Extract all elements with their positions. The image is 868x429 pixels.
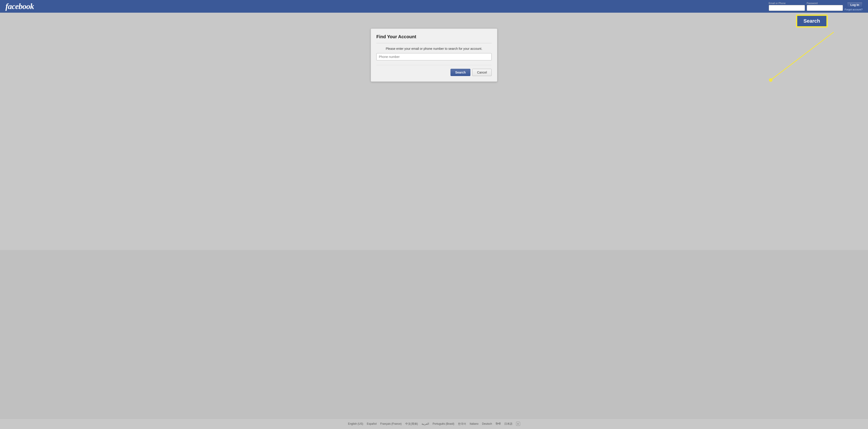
annotation-arrow (748, 20, 839, 85)
svg-line-0 (771, 32, 834, 80)
login-button[interactable]: Log In (847, 2, 863, 8)
footer: English (US)EspañolFrançais (France)中文(简… (0, 418, 868, 429)
password-label: Password (807, 2, 843, 4)
footer-link-2[interactable]: Français (France) (380, 422, 402, 425)
modal-title: Find Your Account (376, 34, 492, 39)
footer-link-9[interactable]: हिन्दी (496, 422, 501, 425)
password-input-group: Password (807, 2, 843, 11)
footer-link-8[interactable]: Deutsch (482, 422, 492, 425)
lower-section (0, 250, 868, 418)
footer-link-5[interactable]: Português (Brasil) (433, 422, 454, 425)
forgot-account-link[interactable]: Forgot account? (845, 8, 863, 11)
header-right: Email or Phone Password Log In Forgot ac… (769, 2, 863, 11)
phone-number-input[interactable] (376, 53, 492, 60)
highlighted-search-button[interactable]: Search (796, 15, 827, 27)
footer-link-3[interactable]: 中文(简体) (405, 422, 418, 426)
main-content: Search Find Your Account Please enter yo… (0, 13, 868, 250)
email-label: Email or Phone (769, 2, 805, 4)
find-account-modal: Find Your Account Please enter your emai… (371, 29, 497, 82)
footer-link-6[interactable]: 한국어 (458, 422, 466, 426)
svg-point-1 (769, 78, 773, 82)
annotation-container: Search (796, 15, 827, 27)
footer-plus-button[interactable]: + (516, 422, 520, 426)
footer-link-10[interactable]: 日本語 (504, 422, 513, 426)
facebook-logo: facebook (5, 2, 769, 11)
modal-description: Please enter your email or phone number … (376, 47, 492, 51)
search-button[interactable]: Search (451, 69, 471, 76)
header: facebook Email or Phone Password Log In … (0, 0, 868, 13)
email-input-group: Email or Phone (769, 2, 805, 11)
footer-link-7[interactable]: Italiano (470, 422, 478, 425)
footer-link-4[interactable]: العربية (422, 422, 429, 425)
password-input[interactable] (807, 5, 843, 11)
footer-link-0[interactable]: English (US) (348, 422, 363, 425)
footer-link-1[interactable]: Español (367, 422, 377, 425)
email-input[interactable] (769, 5, 805, 11)
modal-actions: Search Cancel (376, 65, 492, 76)
cancel-button[interactable]: Cancel (472, 69, 492, 76)
